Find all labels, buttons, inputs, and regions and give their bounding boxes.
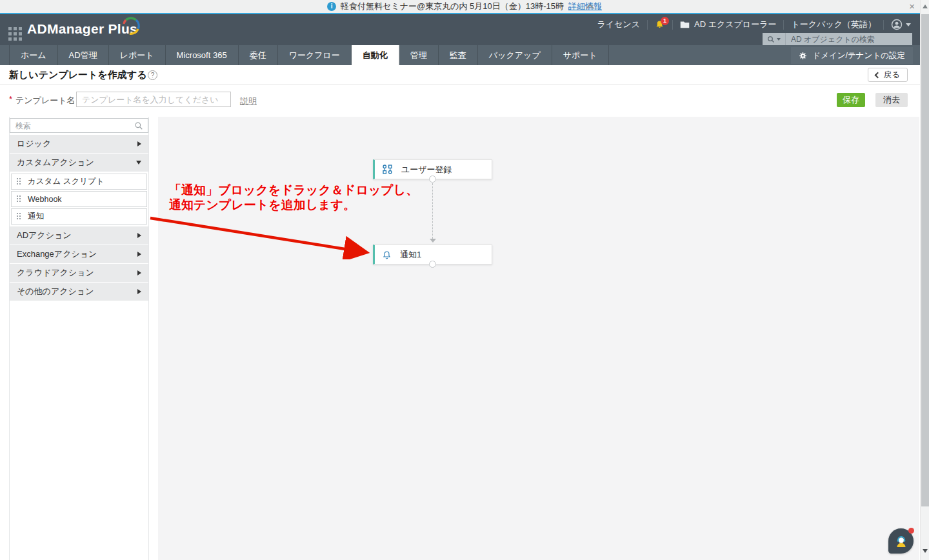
description-link[interactable]: 説明: [240, 95, 257, 107]
user-menu[interactable]: [891, 19, 911, 30]
ad-object-search-input[interactable]: [786, 33, 912, 46]
back-button[interactable]: 戻る: [868, 68, 908, 82]
app-header: ADManager Plus ライセンス 1 AD エクスプローラー トークバッ…: [0, 14, 929, 45]
chevron-right-icon: [137, 252, 141, 257]
block-label: 通知1: [400, 249, 421, 261]
license-link[interactable]: ライセンス: [597, 19, 640, 30]
tab-reports[interactable]: レポート: [109, 45, 166, 65]
draggable-notification[interactable]: 通知: [11, 208, 147, 225]
ad-explorer-link[interactable]: AD エクスプローラー: [680, 19, 777, 30]
sidebar-search: [10, 118, 148, 133]
global-search: [763, 33, 912, 46]
page-header: 新しいテンプレートを作成する ? 戻る: [0, 65, 929, 85]
tutorial-annotation: 「通知」ブロックをドラック＆ドロップし、 通知テンプレートを追加します。: [169, 183, 418, 212]
scrollbar-thumb[interactable]: [921, 14, 929, 506]
group-label: カスタムアクション: [17, 157, 94, 168]
tab-delegation[interactable]: 委任: [239, 45, 278, 65]
item-label: 通知: [28, 211, 44, 222]
group-label: その他のアクション: [17, 286, 94, 297]
help-icon[interactable]: ?: [148, 70, 157, 80]
tab-microsoft-365[interactable]: Microsoft 365: [166, 45, 239, 65]
info-icon: i: [327, 2, 336, 11]
chat-status-dot: [908, 528, 914, 534]
ad-explorer-label: AD エクスプローラー: [694, 19, 777, 30]
tab-home[interactable]: ホーム: [9, 45, 58, 65]
sidebar-group-custom-actions[interactable]: カスタムアクション: [10, 154, 148, 172]
tab-audit[interactable]: 監査: [439, 45, 478, 65]
chevron-down-icon: [906, 23, 911, 26]
template-form: * テンプレート名 説明 保存 消去: [0, 85, 929, 114]
chevron-right-icon: [137, 233, 141, 238]
search-scope-button[interactable]: [763, 33, 786, 46]
logo-swirl-icon: [119, 15, 141, 37]
connector-node[interactable]: [429, 261, 436, 268]
back-label: 戻る: [884, 70, 900, 81]
divider: [647, 20, 648, 30]
template-name-label: テンプレート名: [15, 95, 75, 106]
sidebar-search-input[interactable]: [10, 119, 148, 132]
tab-backup[interactable]: バックアップ: [478, 45, 552, 65]
page-title: 新しいテンプレートを作成する: [9, 69, 147, 81]
chevron-right-icon: [137, 289, 141, 294]
group-label: Exchangeアクション: [17, 248, 97, 260]
divider: [672, 20, 673, 30]
drag-handle-icon[interactable]: [17, 213, 22, 220]
save-button[interactable]: 保存: [837, 93, 865, 107]
chevron-left-icon: [874, 72, 881, 78]
template-name-input[interactable]: [76, 92, 231, 107]
annotation-line-2: 通知テンプレートを追加します。: [169, 197, 418, 212]
block-label: ユーザー登録: [401, 164, 452, 175]
divider: [783, 20, 784, 30]
drag-handle-icon[interactable]: [17, 195, 22, 203]
item-label: Webhook: [28, 195, 62, 204]
drag-handle-icon[interactable]: [17, 178, 22, 185]
chevron-right-icon: [137, 270, 141, 275]
tab-automation[interactable]: 自動化: [352, 45, 399, 65]
scroll-up-icon[interactable]: [923, 5, 928, 8]
main-nav: ホーム AD管理 レポート Microsoft 365 委任 ワークフロー 自動…: [0, 45, 929, 65]
sidebar-group-other-actions[interactable]: その他のアクション: [10, 283, 148, 301]
notifications-bell-icon[interactable]: 1: [655, 19, 665, 30]
connector-node[interactable]: [429, 175, 436, 183]
banner-text: 軽食付無料セミナー@東京丸の内 5月10日（金）13時-15時: [341, 1, 564, 12]
bell-icon: [382, 250, 392, 260]
chevron-down-icon: [777, 38, 781, 41]
draggable-webhook[interactable]: Webhook: [11, 191, 147, 207]
support-agent-icon: [894, 534, 909, 549]
group-label: クラウドアクション: [17, 267, 94, 279]
banner-details-link[interactable]: 詳細情報: [568, 1, 602, 12]
connector-arrow-icon: [430, 239, 436, 243]
tab-support[interactable]: サポート: [552, 45, 609, 65]
search-icon: [134, 121, 143, 130]
tab-workflow[interactable]: ワークフロー: [278, 45, 352, 65]
item-label: カスタム スクリプト: [28, 176, 105, 187]
notification-badge: 1: [661, 17, 669, 25]
connector-line: [432, 183, 433, 239]
search-icon: [767, 35, 775, 43]
apps-grid-icon[interactable]: [8, 27, 22, 41]
domain-tenant-settings-button[interactable]: ドメイン/テナントの設定: [791, 47, 913, 64]
divider: [883, 20, 884, 30]
group-label: ADアクション: [17, 230, 72, 241]
required-mark: *: [9, 94, 12, 104]
tab-ad-management[interactable]: AD管理: [58, 45, 109, 65]
group-label: ロジック: [17, 138, 51, 150]
chevron-right-icon: [137, 141, 141, 146]
clear-button[interactable]: 消去: [875, 93, 908, 107]
vertical-scrollbar[interactable]: [920, 0, 929, 560]
tab-admin[interactable]: 管理: [399, 45, 439, 65]
gear-icon: [799, 52, 807, 60]
sidebar-group-logic[interactable]: ロジック: [10, 135, 148, 153]
draggable-custom-script[interactable]: カスタム スクリプト: [11, 174, 147, 190]
domain-settings-label: ドメイン/テナントの設定: [812, 50, 905, 61]
sidebar-group-ad-actions[interactable]: ADアクション: [10, 226, 148, 245]
close-icon[interactable]: ×: [909, 1, 915, 12]
sidebar-group-cloud-actions[interactable]: クラウドアクション: [10, 264, 148, 282]
workflow-icon: [382, 164, 393, 175]
folder-icon: [680, 21, 690, 28]
annotation-line-1: 「通知」ブロックをドラック＆ドロップし、: [169, 183, 418, 197]
sidebar-group-exchange-actions[interactable]: Exchangeアクション: [10, 245, 148, 263]
scroll-down-icon[interactable]: [923, 549, 928, 553]
talkback-link[interactable]: トークバック（英語）: [791, 19, 876, 30]
announcement-banner: i 軽食付無料セミナー@東京丸の内 5月10日（金）13時-15時 詳細情報 ×: [0, 0, 929, 14]
